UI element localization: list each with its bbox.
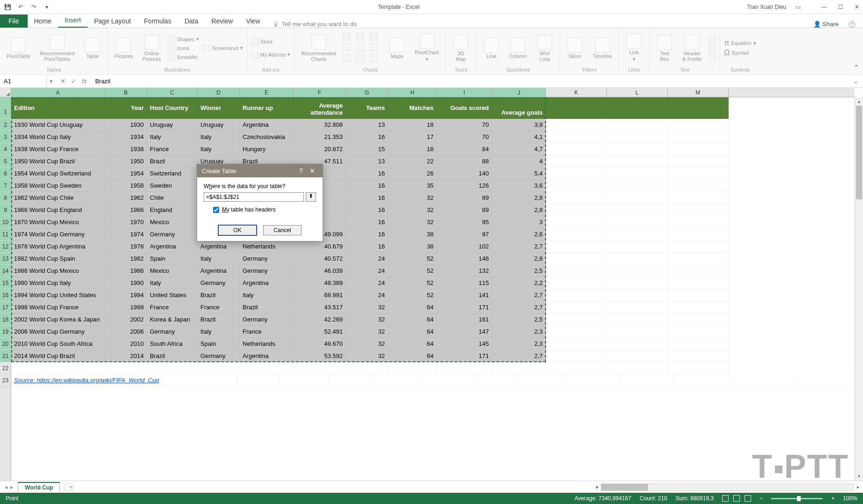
data-cell[interactable]: 68.991 [294,289,346,301]
data-cell[interactable] [237,374,279,387]
row-header[interactable]: 7 [0,180,11,192]
timeline-button[interactable]: Timeline [590,37,615,60]
myaddins-button[interactable]: My Add-ins ▾ [251,51,290,58]
data-cell[interactable] [607,301,668,314]
horizontal-scrollbar[interactable]: ◂ ▸ [601,483,854,491]
data-cell[interactable]: 32.808 [294,119,346,131]
data-cell[interactable]: Chile [147,192,198,204]
data-cell[interactable] [607,338,668,350]
equation-button[interactable]: π Equation ▾ [724,39,756,47]
data-cell[interactable]: England [147,204,198,216]
data-cell[interactable]: 102 [437,241,492,253]
data-cell[interactable]: 16 [346,131,388,143]
row-header[interactable]: 2 [0,119,11,131]
data-cell[interactable] [437,362,492,374]
data-cell[interactable]: 1934 World Cup Italy [11,131,105,143]
smartart-button[interactable]: SmartArt [168,53,199,61]
data-cell[interactable]: 64 [388,326,437,338]
data-cell[interactable]: 5,4 [492,168,546,180]
wordart-icon[interactable] [708,36,716,43]
data-cell[interactable] [668,241,729,253]
data-cell[interactable]: Netherlands [240,241,294,253]
row-header[interactable]: 14 [0,265,11,277]
data-cell[interactable]: France [147,143,198,155]
data-cell[interactable]: 32 [346,301,388,314]
data-cell[interactable] [607,265,668,277]
scroll-down-icon[interactable]: ▾ [855,472,863,481]
data-cell[interactable] [517,374,566,387]
data-cell[interactable]: 32 [388,192,437,204]
data-cell[interactable]: Brazil [147,350,198,362]
data-cell[interactable]: 32 [346,350,388,362]
data-cell[interactable]: 46.039 [294,265,346,277]
data-cell[interactable]: 13 [346,155,388,168]
column-header[interactable]: M [668,88,729,97]
data-cell[interactable]: Mexico [147,216,198,228]
chart-type-icon[interactable] [356,44,364,51]
row-header[interactable]: 10 [0,216,11,228]
zoom-slider[interactable] [771,498,823,499]
data-cell[interactable]: 32 [346,338,388,350]
data-cell[interactable]: 40.679 [294,241,346,253]
data-cell[interactable] [546,314,607,326]
data-cell[interactable]: Argentina [240,277,294,289]
data-cell[interactable]: 95 [437,216,492,228]
data-cell[interactable] [668,338,729,350]
vscroll-thumb[interactable] [856,106,862,199]
data-cell[interactable]: 1974 World Cup Germany [11,228,105,241]
data-cell[interactable]: 2,8 [492,253,546,265]
data-cell[interactable]: 18 [388,143,437,155]
data-cell[interactable]: 1994 [105,289,147,301]
data-cell[interactable]: Korea & Japan [147,314,198,326]
row-header[interactable]: 23 [0,374,11,387]
data-cell[interactable]: 49.670 [294,338,346,350]
data-cell[interactable]: 40.572 [294,253,346,265]
data-cell[interactable]: France [198,301,240,314]
data-cell[interactable]: 1938 [105,143,147,155]
data-cell[interactable]: 64 [388,314,437,326]
data-cell[interactable]: 2006 World Cup Germany [11,326,105,338]
data-cell[interactable]: 24 [346,253,388,265]
data-cell[interactable]: 1978 [105,241,147,253]
data-cell[interactable]: 64 [388,338,437,350]
tab-review[interactable]: Review [205,15,240,28]
data-cell[interactable] [476,374,517,387]
column-header[interactable]: I [437,88,492,97]
normal-view-icon[interactable] [722,495,729,502]
data-cell[interactable] [240,362,294,374]
data-cell[interactable] [546,289,607,301]
data-cell[interactable]: 2,7 [492,241,546,253]
data-cell[interactable] [668,216,729,228]
chart-type-icon[interactable] [343,33,350,40]
insert-function-icon[interactable]: fx [82,78,87,85]
sheet-tab-worldcup[interactable]: World Cup [18,482,60,492]
data-cell[interactable]: 1990 [105,277,147,289]
data-cell[interactable]: 1986 [105,265,147,277]
slicer-button[interactable]: Slicer [564,37,586,60]
sparkline-winloss-button[interactable]: Win/ Loss [533,34,556,63]
data-cell[interactable]: 145 [437,338,492,350]
data-cell[interactable] [546,216,607,228]
data-cell[interactable] [668,204,729,216]
row-header[interactable]: 12 [0,241,11,253]
data-cell[interactable]: 52 [388,289,437,301]
data-cell[interactable]: France [147,301,198,314]
data-cell[interactable]: Italy [198,326,240,338]
user-name[interactable]: Tran Xuan Dieu [747,4,786,10]
data-cell[interactable] [546,119,607,131]
data-cell[interactable] [346,362,388,374]
data-cell[interactable] [566,374,620,387]
data-cell[interactable]: Source: https://en.wikipedia.org/wiki/FI… [11,374,237,387]
data-cell[interactable] [668,168,729,180]
data-cell[interactable]: 16 [346,241,388,253]
zoom-in-icon[interactable]: + [831,495,834,502]
textbox-button[interactable]: Text Box [653,34,676,63]
sheet-nav-next-icon[interactable]: ▸ [10,484,13,490]
data-cell[interactable] [492,362,546,374]
recommended-pivottables-button[interactable]: Recommended PivotTables [37,34,78,63]
data-cell[interactable]: Germany [147,326,198,338]
data-cell[interactable]: 1930 World Cup Uruguay [11,119,105,131]
dialog-help-icon[interactable]: ? [295,167,307,175]
data-cell[interactable]: 32 [388,216,437,228]
data-cell[interactable] [279,374,329,387]
